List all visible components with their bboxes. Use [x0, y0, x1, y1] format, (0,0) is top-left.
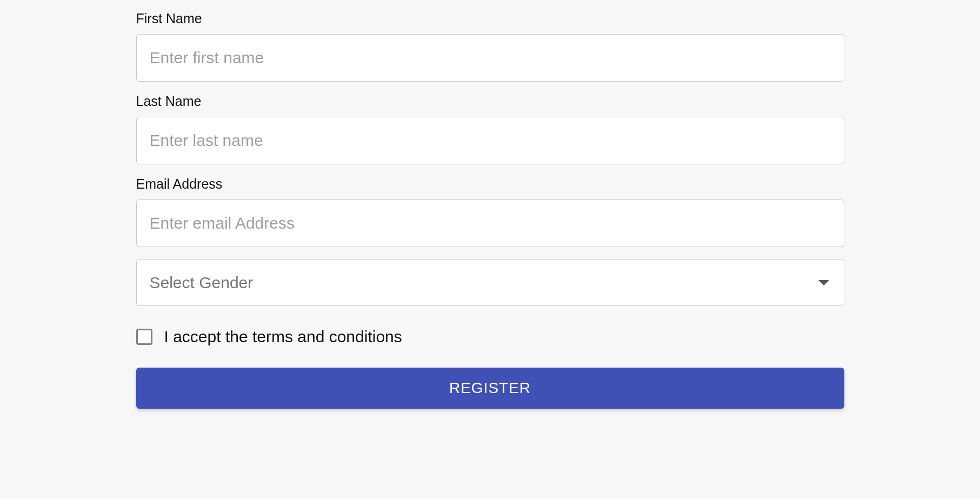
gender-select-wrapper: Select Gender	[136, 259, 844, 306]
first-name-group: First Name	[136, 11, 844, 82]
first-name-input[interactable]	[136, 34, 844, 82]
register-button[interactable]: REGISTER	[136, 368, 844, 409]
email-label: Email Address	[136, 176, 844, 192]
terms-label: I accept the terms and conditions	[164, 328, 402, 346]
gender-group: Select Gender	[136, 259, 844, 306]
last-name-group: Last Name	[136, 94, 844, 164]
gender-select[interactable]: Select Gender	[136, 259, 844, 306]
last-name-label: Last Name	[136, 94, 844, 109]
terms-checkbox[interactable]	[136, 329, 152, 345]
first-name-label: First Name	[136, 11, 844, 26]
email-input[interactable]	[136, 199, 844, 247]
terms-row: I accept the terms and conditions	[136, 328, 844, 346]
last-name-input[interactable]	[136, 117, 844, 164]
registration-form: First Name Last Name Email Address Selec…	[136, 0, 844, 409]
email-group: Email Address	[136, 176, 844, 247]
